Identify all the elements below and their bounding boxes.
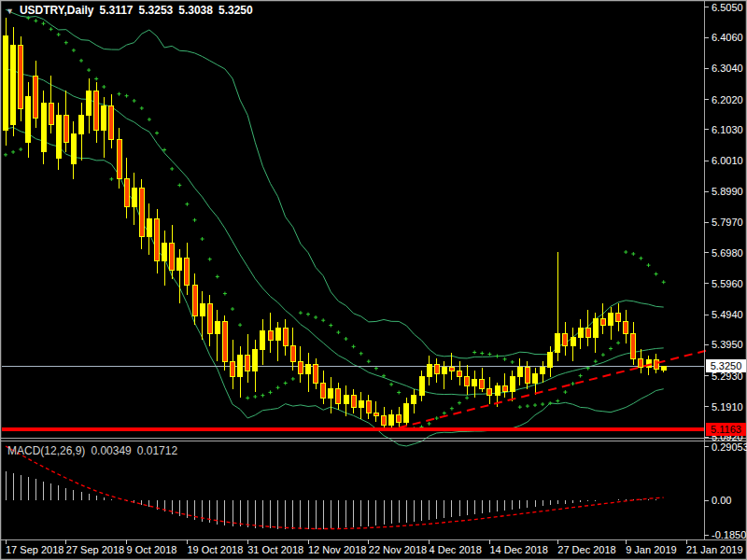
y-axis-label: 5.6980: [712, 247, 743, 259]
x-axis-label: 9 Oct 2018: [127, 544, 177, 555]
x-axis-label: 19 Oct 2018: [187, 544, 243, 555]
price-low-value: 5.3038: [178, 4, 213, 17]
y-axis-label: 6.4060: [712, 32, 743, 43]
y-axis-label: 5.1910: [712, 401, 743, 413]
macd-axis-label: 0.00: [712, 495, 731, 506]
macd-signal-value: 0.01712: [137, 444, 177, 457]
macd-name: MACD(12,26,9): [7, 444, 85, 457]
x-axis-label: 14 Dec 2018: [489, 544, 547, 555]
x-axis-label: 27 Dec 2018: [557, 544, 615, 555]
price-high-value: 5.3253: [139, 4, 174, 17]
candles: [0, 18, 666, 429]
x-axis-label: 21 Jan 2019: [686, 544, 743, 555]
macd-indicator-label: MACD(12,26,9)0.003490.01712: [7, 444, 177, 457]
macd-axis-label: 0.29053: [712, 441, 747, 453]
macd-main-value: 0.00349: [91, 444, 131, 457]
y-axis-label: 6.1030: [712, 124, 743, 135]
x-axis-label: 27 Sep 2018: [66, 544, 124, 555]
symbol-dropdown-icon[interactable]: ▼: [6, 7, 14, 16]
x-axis-label: 31 Oct 2018: [247, 544, 303, 555]
y-axis-label: 5.3950: [712, 339, 743, 350]
x-axis-label: 12 Nov 2018: [308, 544, 366, 555]
x-axis-label: 17 Sep 2018: [6, 544, 63, 555]
x-axis-label: 22 Nov 2018: [369, 544, 427, 555]
bollinger-bands: [6, 9, 664, 446]
y-axis-label: 6.2020: [712, 94, 743, 105]
bb-upper-band: [6, 9, 664, 358]
support-price-tag: 5.1163: [706, 423, 746, 436]
y-axis-label: 5.7970: [712, 217, 743, 228]
macd-signal-line: [6, 446, 664, 529]
bid-price-tag: 5.3250: [706, 359, 746, 372]
y-axis-label: 6.0010: [712, 155, 743, 166]
price-close-value: 5.3250: [218, 4, 253, 17]
macd-histogram: [6, 471, 664, 529]
symbol-header: ▼USDTRY,Daily5.31175.32535.30385.3250: [6, 4, 253, 17]
y-axis-label: 6.3040: [712, 63, 743, 74]
y-axis-label: 5.5960: [712, 278, 743, 289]
y-axis-label: 5.4940: [712, 309, 743, 320]
price-open-value: 5.3117: [100, 4, 134, 17]
y-axis-label: 6.5050: [712, 2, 743, 13]
parabolic-sar-dots: [4, 16, 666, 431]
x-axis-label: 4 Dec 2018: [430, 544, 482, 555]
chart-canvas[interactable]: 6.50506.40606.30406.20206.10306.00105.89…: [0, 0, 747, 560]
bb-lower-band: [6, 127, 664, 445]
x-axis-label: 9 Jan 2019: [626, 544, 676, 555]
y-axis-label: 5.8990: [712, 186, 743, 197]
symbol-timeframe-label: USDTRY,Daily: [20, 4, 94, 17]
macd-axis-label: -0.18507: [712, 529, 747, 540]
chart-window[interactable]: 6.50506.40606.30406.20206.10306.00105.89…: [0, 0, 747, 560]
window-frame: [1, 1, 747, 560]
